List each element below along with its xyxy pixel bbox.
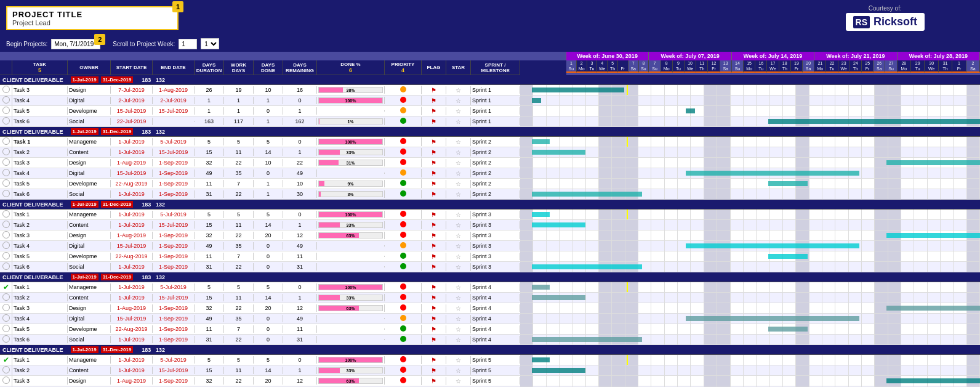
today-line [627,85,628,95]
day-name: Sa [720,66,732,73]
task-check[interactable] [0,137,12,147]
task-star[interactable]: ☆ [446,253,471,261]
begin-date-input[interactable] [51,39,100,49]
task-star[interactable]: ☆ [446,242,471,250]
gantt-day-cell [849,355,862,365]
star-icon: ☆ [456,160,461,166]
task-star[interactable]: ☆ [446,283,471,291]
task-start-date: 22-Aug-2019 [111,325,153,333]
task-star[interactable]: ☆ [446,294,471,302]
task-star[interactable]: ☆ [446,367,471,375]
task-flag[interactable]: ⚑ [422,149,446,157]
task-star[interactable]: ☆ [446,336,471,344]
task-days-duration: 15 [195,367,224,374]
task-flag[interactable]: ⚑ [422,263,446,271]
task-flag[interactable]: ⚑ [422,253,446,261]
task-check[interactable] [0,324,12,334]
task-star[interactable]: ☆ [446,263,471,271]
task-check[interactable] [0,147,12,157]
task-flag[interactable]: ⚑ [422,180,446,188]
task-star[interactable]: ☆ [446,118,471,126]
task-check[interactable] [0,251,12,261]
task-check[interactable] [0,376,12,386]
gantt-day-cell [599,314,612,324]
task-star[interactable]: ☆ [446,107,471,115]
task-check[interactable] [0,230,12,240]
task-check[interactable] [0,96,12,105]
task-star[interactable]: ☆ [446,97,471,105]
task-flag[interactable]: ⚑ [422,377,446,385]
task-check[interactable]: ✔ [0,282,12,292]
task-check[interactable] [0,168,12,178]
task-end-date: 1-Sep-2019 [153,180,195,187]
gantt-day-cell [954,137,966,147]
gantt-day-cell [691,116,704,126]
task-check[interactable] [0,106,12,116]
task-check[interactable] [0,335,12,344]
task-check[interactable] [0,116,12,126]
task-flag[interactable]: ⚑ [422,190,446,198]
task-flag[interactable]: ⚑ [422,315,446,323]
scroll-week-input[interactable] [179,39,197,49]
task-check[interactable]: ✔ [0,355,12,365]
task-flag[interactable]: ⚑ [422,356,446,364]
task-star[interactable]: ☆ [446,315,471,323]
task-flag[interactable]: ⚑ [422,242,446,250]
task-star[interactable]: ☆ [446,169,471,177]
task-flag[interactable]: ⚑ [422,97,446,105]
gantt-day-cell [533,230,546,240]
task-check[interactable] [0,262,12,272]
task-flag[interactable]: ⚑ [422,169,446,177]
task-check[interactable] [0,365,12,375]
gantt-day-cell [586,220,599,230]
task-flag[interactable]: ⚑ [422,304,446,312]
task-flag[interactable]: ⚑ [422,232,446,240]
gantt-day-cell [822,335,835,344]
task-flag[interactable]: ⚑ [422,211,446,219]
task-flag[interactable]: ⚑ [422,336,446,344]
task-star[interactable]: ☆ [446,232,471,240]
task-start-date: 1-Jul-2019 [111,149,153,156]
gantt-day-cell [757,230,769,240]
task-star[interactable]: ☆ [446,159,471,167]
task-star[interactable]: ☆ [446,304,471,312]
task-star[interactable]: ☆ [446,377,471,385]
gantt-day-cell [862,314,875,324]
task-star[interactable]: ☆ [446,356,471,364]
task-flag[interactable]: ⚑ [422,159,446,167]
task-star[interactable]: ☆ [446,180,471,188]
task-flag[interactable]: ⚑ [422,107,446,115]
gantt-day-cell [520,251,533,261]
gantt-day-cell [520,96,533,105]
task-flag[interactable]: ⚑ [422,86,446,94]
task-check[interactable] [0,241,12,251]
task-check[interactable] [0,220,12,230]
task-flag[interactable]: ⚑ [422,221,446,229]
task-star[interactable]: ☆ [446,86,471,94]
task-flag[interactable]: ⚑ [422,283,446,291]
task-flag[interactable]: ⚑ [422,118,446,126]
task-star[interactable]: ☆ [446,221,471,229]
task-name: Task 2 [12,221,68,229]
task-star[interactable]: ☆ [446,190,471,198]
task-check[interactable] [0,179,12,189]
task-star[interactable]: ☆ [446,149,471,157]
task-check[interactable] [0,293,12,303]
gantt-day-cell [914,293,927,303]
task-flag[interactable]: ⚑ [422,294,446,302]
task-check[interactable] [0,189,12,199]
task-flag[interactable]: ⚑ [422,325,446,333]
scroll-week-select[interactable]: 123 [201,38,219,49]
task-check[interactable] [0,303,12,313]
task-check[interactable] [0,314,12,324]
task-star[interactable]: ☆ [446,211,471,219]
task-row: Task 3Design7-Jul-20191-Aug-201926191016… [0,85,980,96]
task-check[interactable] [0,85,12,95]
task-star[interactable]: ☆ [446,325,471,333]
task-flag[interactable]: ⚑ [422,138,446,146]
gantt-day-cell [691,355,704,365]
task-flag[interactable]: ⚑ [422,367,446,375]
task-star[interactable]: ☆ [446,138,471,146]
task-check[interactable] [0,210,12,219]
task-check[interactable] [0,158,12,168]
